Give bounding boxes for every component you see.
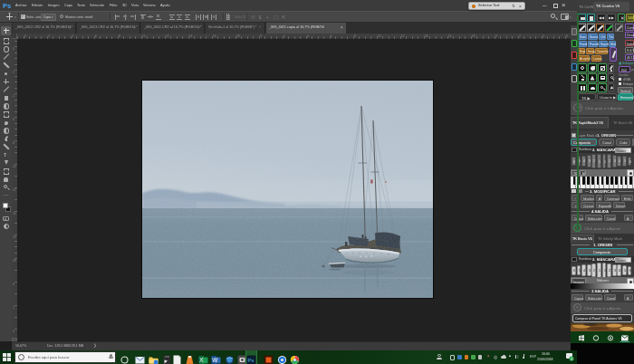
svg-text:X: X xyxy=(199,357,204,363)
svg-text:W: W xyxy=(212,357,218,363)
svg-text:Ps: Ps xyxy=(248,358,255,363)
svg-text:3: 3 xyxy=(571,358,572,361)
